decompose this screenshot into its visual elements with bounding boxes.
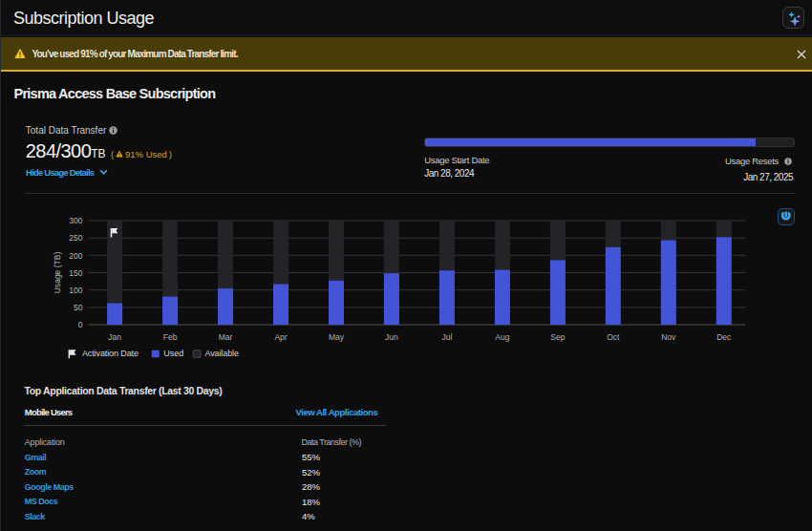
svg-text:Usage (TB): Usage (TB) (53, 252, 62, 294)
svg-text:Nov: Nov (661, 332, 676, 342)
svg-text:Activation Date: Activation Date (82, 349, 139, 358)
svg-text:Mar: Mar (219, 332, 233, 342)
svg-text:Jul: Jul (441, 332, 452, 342)
svg-text:150: 150 (69, 268, 82, 278)
svg-text:Jan: Jan (108, 332, 121, 342)
svg-text:Used: Used (163, 349, 183, 358)
svg-text:0: 0 (78, 320, 83, 329)
svg-text:Aug: Aug (495, 332, 509, 342)
svg-text:200: 200 (69, 251, 82, 261)
svg-text:Sep: Sep (550, 332, 565, 342)
svg-text:100: 100 (69, 286, 82, 295)
svg-text:250: 250 (69, 233, 82, 243)
svg-text:300: 300 (69, 216, 82, 225)
svg-text:Available: Available (204, 349, 239, 358)
svg-text:50: 50 (74, 303, 83, 312)
svg-text:Oct: Oct (607, 332, 620, 342)
svg-text:May: May (329, 332, 345, 342)
svg-text:Dec: Dec (716, 332, 732, 342)
svg-text:Feb: Feb (163, 332, 178, 342)
svg-text:Jun: Jun (385, 332, 398, 342)
svg-text:Apr: Apr (274, 332, 287, 342)
